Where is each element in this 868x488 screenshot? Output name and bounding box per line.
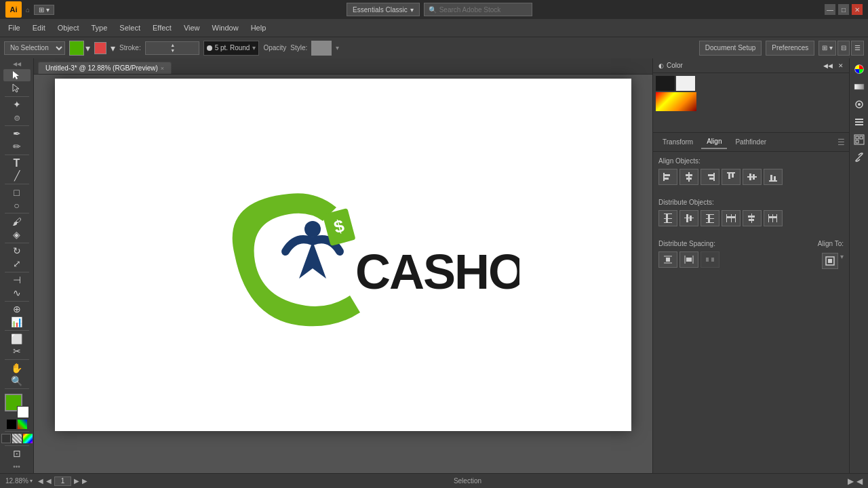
dist-v-space-btn[interactable] xyxy=(658,251,677,268)
color-panel-close-btn[interactable]: ✕ xyxy=(838,62,844,69)
rotate-tool[interactable]: ↻ xyxy=(3,245,31,257)
menu-window[interactable]: Window xyxy=(207,22,244,34)
close-button[interactable]: ✕ xyxy=(852,4,863,15)
transform-tab[interactable]: Transform xyxy=(657,136,698,148)
align-left-edges-btn[interactable] xyxy=(658,169,677,185)
stock-search-input[interactable] xyxy=(439,6,528,14)
nav-back-btn[interactable]: ◀ xyxy=(856,476,863,486)
prev-page-btn[interactable]: ◀ xyxy=(38,477,43,485)
magic-wand-tool[interactable]: ✦ xyxy=(3,98,31,110)
color-panel-tab-label[interactable]: Color xyxy=(667,62,683,69)
swatch-white[interactable] xyxy=(676,76,695,91)
toolbar-collapse-btn[interactable]: ◀◀ xyxy=(13,61,21,67)
first-page-btn[interactable]: ◀ xyxy=(46,477,52,485)
home-icon[interactable]: ⌂ xyxy=(26,6,30,14)
selection-tool[interactable] xyxy=(3,69,31,81)
fill-options-btn[interactable]: ▾ xyxy=(85,43,90,54)
swatch-black[interactable] xyxy=(656,76,675,91)
default-colors-btn[interactable] xyxy=(7,420,16,429)
warp-tool[interactable]: ∿ xyxy=(3,287,31,299)
color-panel-collapse-btn[interactable]: ◀◀ xyxy=(823,62,833,69)
slice-tool[interactable]: ✂ xyxy=(3,346,31,358)
ellipse-tool[interactable]: ○ xyxy=(3,199,31,211)
menu-file[interactable]: File xyxy=(3,22,26,34)
zoom-dropdown-arrow[interactable]: ▾ xyxy=(30,478,33,484)
graph-tool[interactable]: 📊 xyxy=(3,316,31,328)
rectangle-tool[interactable]: □ xyxy=(3,186,31,199)
selection-dropdown[interactable]: No Selection xyxy=(4,41,65,55)
stroke-up-arrow[interactable]: ▲ xyxy=(170,43,175,48)
dist-bottom-edges-btn[interactable] xyxy=(701,210,719,226)
panel-menu-btn[interactable]: ☰ xyxy=(837,138,845,147)
draw-inside-btn[interactable]: ⊡ xyxy=(3,447,31,460)
dist-h-space-btn[interactable] xyxy=(679,251,698,268)
style-dropdown-arrow[interactable]: ▾ xyxy=(336,44,339,52)
workspace-selector[interactable]: Essentials Classic ▾ xyxy=(347,3,420,16)
dist-h-centers-btn[interactable] xyxy=(743,210,762,226)
menu-select[interactable]: Select xyxy=(114,22,146,34)
gradient-btn[interactable] xyxy=(23,434,33,443)
stroke-options-btn[interactable]: ▾ xyxy=(111,43,115,54)
align-top-edges-btn[interactable] xyxy=(722,169,741,185)
fill-color-swatch[interactable] xyxy=(69,41,84,56)
color-mode-btn[interactable] xyxy=(1,434,11,443)
document-setup-button[interactable]: Document Setup xyxy=(699,41,762,56)
dist-v-centers-btn[interactable] xyxy=(679,210,698,226)
stroke-down-arrow[interactable]: ▼ xyxy=(170,48,175,54)
weight-dropdown-arrow[interactable]: ▾ xyxy=(252,44,256,52)
document-tab[interactable]: Untitled-3* @ 12.88% (RGB/Preview) × xyxy=(38,62,172,74)
align-right-edges-btn[interactable] xyxy=(701,169,719,185)
zoom-tool[interactable]: 🔍 xyxy=(3,375,31,387)
next-page-btn[interactable]: ▶ xyxy=(74,477,79,485)
direct-selection-tool[interactable] xyxy=(3,82,31,94)
none-btn[interactable] xyxy=(12,434,22,443)
panel-options-btn[interactable]: ☰ xyxy=(851,41,864,56)
align-bottom-edges-btn[interactable] xyxy=(764,169,783,185)
artboards-icon-btn[interactable] xyxy=(851,131,867,148)
menu-help[interactable]: Help xyxy=(245,22,272,34)
stroke-swatch[interactable] xyxy=(17,406,29,418)
preferences-button[interactable]: Preferences xyxy=(766,41,814,56)
color-icon-btn[interactable] xyxy=(851,61,867,77)
more-tools-btn[interactable]: ••• xyxy=(13,463,20,470)
menu-edit[interactable]: Edit xyxy=(27,22,51,34)
swatch-gradient[interactable] xyxy=(656,92,696,111)
nav-play-btn[interactable]: ▶ xyxy=(848,476,854,486)
minimize-button[interactable]: — xyxy=(825,4,835,15)
dist-top-edges-btn[interactable] xyxy=(658,210,677,226)
line-tool[interactable]: ╱ xyxy=(3,170,31,182)
hand-tool[interactable]: ✋ xyxy=(3,362,31,374)
appearance-icon-btn[interactable] xyxy=(851,96,867,113)
pathfinder-tab[interactable]: Pathfinder xyxy=(730,136,772,148)
type-tool[interactable]: T xyxy=(3,157,31,169)
scale-tool[interactable]: ⤢ xyxy=(3,258,31,270)
dist-left-edges-btn[interactable] xyxy=(722,210,741,226)
lasso-tool[interactable]: ⌾ xyxy=(3,111,31,123)
align-v-centers-btn[interactable] xyxy=(743,169,762,185)
zoom-control[interactable]: 12.88% ▾ xyxy=(5,477,33,485)
swap-colors-btn[interactable] xyxy=(18,420,27,429)
view-extras-btn[interactable]: ⊟ xyxy=(837,41,850,56)
align-to-dropdown-btn[interactable]: ▾ xyxy=(840,253,844,269)
shape-builder-tool[interactable]: ⊕ xyxy=(3,304,31,316)
layout-icon[interactable]: ⊞ ▾ xyxy=(34,5,54,15)
stroke-indicator[interactable] xyxy=(94,42,106,54)
dist-auto-space-btn[interactable] xyxy=(701,251,719,268)
paintbrush-tool[interactable]: 🖌 xyxy=(3,216,31,228)
arrange-btn[interactable]: ⊞ ▾ xyxy=(818,41,836,56)
link-icon-btn[interactable] xyxy=(851,149,867,165)
artboard-tool[interactable]: ⬜ xyxy=(3,333,31,345)
blob-brush-tool[interactable]: ◈ xyxy=(3,228,31,241)
dist-right-edges-btn[interactable] xyxy=(764,210,783,226)
gradient-icon-btn[interactable] xyxy=(851,79,867,95)
maximize-button[interactable]: □ xyxy=(838,4,849,15)
page-number-input[interactable] xyxy=(54,476,71,486)
tab-close-btn[interactable]: × xyxy=(161,65,164,72)
menu-effect[interactable]: Effect xyxy=(147,22,177,34)
menu-type[interactable]: Type xyxy=(86,22,113,34)
menu-view[interactable]: View xyxy=(178,22,205,34)
last-page-btn[interactable]: ▶ xyxy=(82,477,87,485)
style-swatch[interactable] xyxy=(311,41,332,56)
menu-object[interactable]: Object xyxy=(52,22,85,34)
pencil-tool[interactable]: ✏ xyxy=(3,140,31,152)
